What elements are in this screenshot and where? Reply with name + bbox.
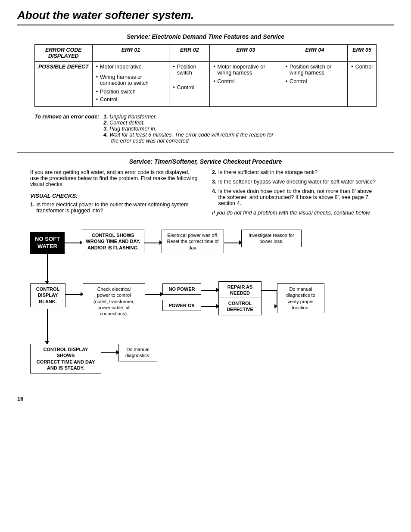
col-header-err03: ERR 03 xyxy=(210,45,282,62)
check-electrical-box: Check electricalpower to control(outlet,… xyxy=(83,283,145,319)
arrow-down-2 xyxy=(47,309,48,344)
check-1: 1. Is there electrical power to the outl… xyxy=(30,202,199,214)
no-soft-water-box: NO SOFTWATER xyxy=(30,232,65,254)
arrow-down-1 xyxy=(47,254,48,283)
col-header-error-code: ERROR CODEDISPLAYED xyxy=(35,45,93,62)
do-manual-diagnostics-box: Do manualdiagnostics toverify properfunc… xyxy=(277,283,324,313)
arrow-5 xyxy=(145,294,162,295)
control-defective-box: CONTROLDEFECTIVE xyxy=(218,298,262,315)
arrow-6 xyxy=(201,290,218,291)
arrow-2 xyxy=(144,243,162,243)
err05-defects: Control xyxy=(348,62,377,107)
continue-note: If you do not find a problem with the vi… xyxy=(212,210,381,216)
section1-title: Service: Electronic Demand Time Features… xyxy=(34,33,377,40)
section2-title: Service: Timer/Softener, Service Checkou… xyxy=(30,158,381,165)
error-table-section: Service: Electronic Demand Time Features… xyxy=(17,33,394,107)
electrical-power-off-box: Electrical power was off.Reset the corre… xyxy=(162,230,224,253)
check-3: 3. Is the softener bypass valve directin… xyxy=(212,179,381,185)
timer-softener-section: Service: Timer/Softener, Service Checkou… xyxy=(17,158,394,217)
instruction-4: 4. Wait for at least 6 minutes. The erro… xyxy=(103,132,273,144)
page-title: About the water softener system. xyxy=(17,9,394,22)
right-column: 2. Is there sufficient salt in the stora… xyxy=(212,169,381,217)
section-divider xyxy=(17,152,394,153)
error-code-instructions: To remove an error code: 1. Unplug trans… xyxy=(17,114,394,144)
check-4: 4. Is the valve drain hose open to the d… xyxy=(212,188,381,206)
instructions-label: To remove an error code: xyxy=(34,114,99,120)
arrow-3 xyxy=(224,243,241,243)
flowchart: NO SOFTWATER CONTROL SHOWSWRONG TIME AND… xyxy=(26,223,385,383)
err04-defects: Position switch or wiring harness Contro… xyxy=(282,62,348,107)
control-display-shows-box: CONTROL DISPLAY SHOWSCORRECT TIME AND DA… xyxy=(30,344,101,373)
instruction-1: 1. Unplug transformer. xyxy=(103,114,157,120)
err01-defects: Motor inoperative Wiring harness or conn… xyxy=(92,62,169,107)
page-number: 16 xyxy=(17,395,394,402)
col-header-err05: ERR 05 xyxy=(348,45,377,62)
possible-defect-label: POSSIBLE DEFECT xyxy=(35,62,93,107)
visual-checks-label: VISUAL CHECKS: xyxy=(30,193,199,199)
col-header-err04: ERR 04 xyxy=(282,45,348,62)
arrow-4 xyxy=(65,294,83,295)
power-ok-box: POWER OK xyxy=(162,300,201,311)
col-header-err02: ERR 02 xyxy=(169,45,210,62)
arrow-1 xyxy=(65,243,82,243)
instruction-3: 3. Plug transformer in. xyxy=(103,126,156,132)
repair-as-needed-box: REPAIR ASNEEDED xyxy=(218,281,262,299)
arrow-8 xyxy=(262,290,277,291)
arrow-9 xyxy=(101,352,118,353)
left-column: If you are not getting soft water, and a… xyxy=(30,169,199,217)
err03-defects: Motor inoperative or wiring harness Cont… xyxy=(210,62,282,107)
col-header-err01: ERR 01 xyxy=(92,45,169,62)
check-2: 2. Is there sufficient salt in the stora… xyxy=(212,169,381,175)
instruction-2: 2. Correct defect. xyxy=(103,120,145,126)
do-manual-diagnostics2-box: Do manualdiagnostics. xyxy=(118,344,157,361)
no-power-box: NO POWER xyxy=(162,283,201,295)
title-divider xyxy=(17,25,394,25)
arrow-7 xyxy=(201,306,218,307)
control-display-blank-box: CONTROLDISPLAYBLANK. xyxy=(30,283,65,307)
err02-defects: Position switch Control xyxy=(169,62,210,107)
control-shows-wrong-box: CONTROL SHOWSWRONG TIME AND DAY,AND/OR I… xyxy=(82,230,144,253)
investigate-reason-box: Investigate reason forpower loss. xyxy=(241,230,302,247)
section2-intro: If you are not getting soft water, and a… xyxy=(30,169,199,187)
error-code-table: ERROR CODEDISPLAYED ERR 01 ERR 02 ERR 03… xyxy=(34,44,377,107)
